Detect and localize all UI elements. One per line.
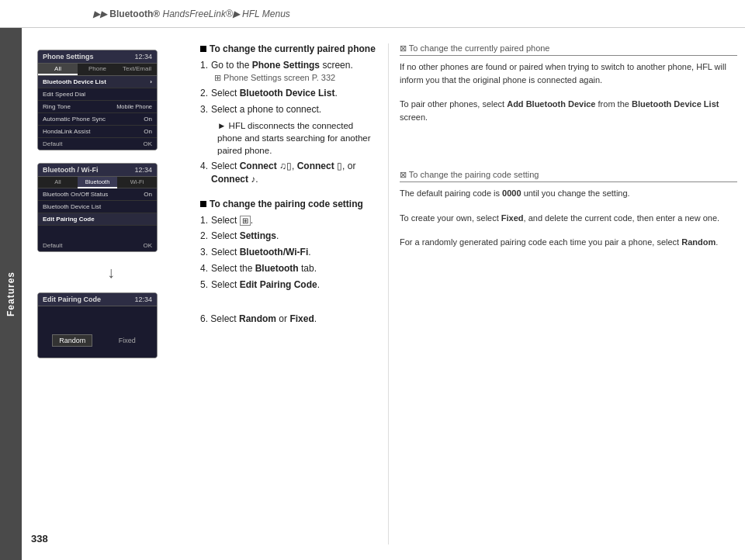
section-change-pairing: To change the pairing code setting 1. Se… <box>200 199 379 324</box>
left-column: Phone Settings 12:34 All Phone Text/Emai… <box>37 43 185 544</box>
footer-ok-1: OK <box>143 140 152 147</box>
tab-textemail: Text/Email <box>117 64 157 75</box>
screen-time-3: 12:34 <box>134 296 152 303</box>
note-text-phone-1: If no other phones are found or paired w… <box>400 60 737 86</box>
row-bt-status: Bluetooth On/Off StatusOn <box>38 188 157 201</box>
sidebar-tab: Features <box>0 28 22 560</box>
screen-title-1: Phone Settings <box>43 53 94 60</box>
note-text-pairing-1: The default pairing code is 0000 until y… <box>400 187 737 200</box>
screen-footer-1: Default OK <box>38 138 157 150</box>
note-text-phone-2: To pair other phones, select Add Bluetoo… <box>400 98 737 123</box>
row-ring-tone: Ring ToneMobile Phone <box>38 101 157 113</box>
step-2: 2. Select Bluetooth Device List. <box>200 87 379 100</box>
section-title-change-pairing: To change the pairing code setting <box>210 199 363 209</box>
row-bluetooth-device: Bluetooth Device List› <box>38 76 157 88</box>
note-title-pairing: ⊠ To change the pairing code setting <box>400 170 737 182</box>
main-content: Phone Settings 12:34 All Phone Text/Emai… <box>22 28 745 560</box>
row-edit-pairing: Edit Pairing Code <box>38 213 157 226</box>
notes-col: ⊠ To change the currently paired phone I… <box>388 43 737 544</box>
bullet-2 <box>200 201 206 207</box>
note-title-phone: ⊠ To change the currently paired phone <box>400 43 737 56</box>
screen-header-3: Edit Pairing Code 12:34 <box>38 293 157 306</box>
screen-time-2: 12:34 <box>134 166 152 174</box>
option-fixed: Fixed <box>112 334 143 347</box>
pairing-step-2: 2. Select Settings. <box>200 230 379 243</box>
section-change-phone: To change the currently paired phone 1. … <box>200 43 379 186</box>
row-hondalink: HondaLink AssistOn <box>38 126 157 138</box>
footer-default-1: Default <box>43 140 62 147</box>
section-header-change-phone: To change the currently paired phone <box>200 43 379 54</box>
pairing-step-4: 4. Select the Bluetooth tab. <box>200 262 379 275</box>
wifi-tab-wifi: Wi-Fi <box>117 177 157 188</box>
wifi-tab-all: All <box>38 177 78 188</box>
change-pairing-steps: 1. Select ⊞. 2. Select Settings. 3. Sele… <box>200 214 379 292</box>
right-column: To change the currently paired phone 1. … <box>200 43 737 544</box>
tab-phone: Phone <box>78 64 117 75</box>
step-6: 6. Select Random or Fixed. <box>200 313 379 324</box>
arrow-down: ↓ <box>37 264 185 280</box>
edit-pairing-screen: Edit Pairing Code 12:34 Random Fixed <box>37 292 158 358</box>
wifi-tab-bar: All Bluetooth Wi-Fi <box>38 177 157 188</box>
screen-title-2: Bluetooth / Wi-Fi <box>43 166 98 174</box>
screen-footer-2: Default OK <box>38 240 157 251</box>
step-3: 3. Select a phone to connect. <box>200 103 379 116</box>
option-random: Random <box>52 334 92 347</box>
header-bar: ▶▶ Bluetooth® HandsFreeLink®▶ HFL Menus <box>0 0 745 28</box>
bullet-1 <box>200 46 206 52</box>
note-change-phone: ⊠ To change the currently paired phone I… <box>400 43 737 123</box>
pairing-step-3: 3. Select Bluetooth/Wi-Fi. <box>200 246 379 259</box>
pairing-step-5: 5. Select Edit Pairing Code. <box>200 278 379 292</box>
row-edit-speed: Edit Speed Dial <box>38 88 157 101</box>
wifi-tab-bluetooth: Bluetooth <box>78 177 117 188</box>
header-text: ▶▶ Bluetooth® HandsFreeLink®▶ HFL Menus <box>93 9 290 19</box>
screen-title-3: Edit Pairing Code <box>43 296 101 303</box>
instructions-col: To change the currently paired phone 1. … <box>200 43 379 544</box>
screen-header-2: Bluetooth / Wi-Fi 12:34 <box>38 164 157 177</box>
note-text-pairing-3: For a randomly generated pairing code ea… <box>400 236 737 249</box>
screen-header-1: Phone Settings 12:34 <box>38 50 157 64</box>
footer-default-2: Default <box>43 242 62 249</box>
phone-settings-screen: Phone Settings 12:34 All Phone Text/Emai… <box>37 50 158 150</box>
pairing-step-1: 1. Select ⊞. <box>200 214 379 227</box>
row-auto-sync: Automatic Phone SyncOn <box>38 113 157 126</box>
step-4: 4. Select Connect ♫▯, Connect ▯, or Conn… <box>200 160 379 186</box>
screen-tabs-1: All Phone Text/Email <box>38 64 157 76</box>
tab-all: All <box>38 64 78 75</box>
section-header-change-pairing: To change the pairing code setting <box>200 199 379 209</box>
step-1: 1. Go to the Phone Settings screen. ⊞ Ph… <box>200 59 379 84</box>
edit-options: Random Fixed <box>38 330 157 350</box>
bluetooth-wifi-screen: Bluetooth / Wi-Fi 12:34 All Bluetooth Wi… <box>37 163 158 252</box>
note-change-pairing: ⊠ To change the pairing code setting The… <box>400 170 737 249</box>
sidebar-label: Features <box>5 271 16 316</box>
section-title-change-phone: To change the currently paired phone <box>210 43 376 54</box>
footer-ok-2: OK <box>143 242 152 249</box>
screen-time-1: 12:34 <box>134 53 152 60</box>
change-phone-steps: 1. Go to the Phone Settings screen. ⊞ Ph… <box>200 59 379 186</box>
note-text-pairing-2: To create your own, select Fixed, and de… <box>400 212 737 225</box>
row-bt-device-list: Bluetooth Device List <box>38 201 157 213</box>
step-3-sub: ► HFL disconnects the connected phone an… <box>200 119 379 157</box>
